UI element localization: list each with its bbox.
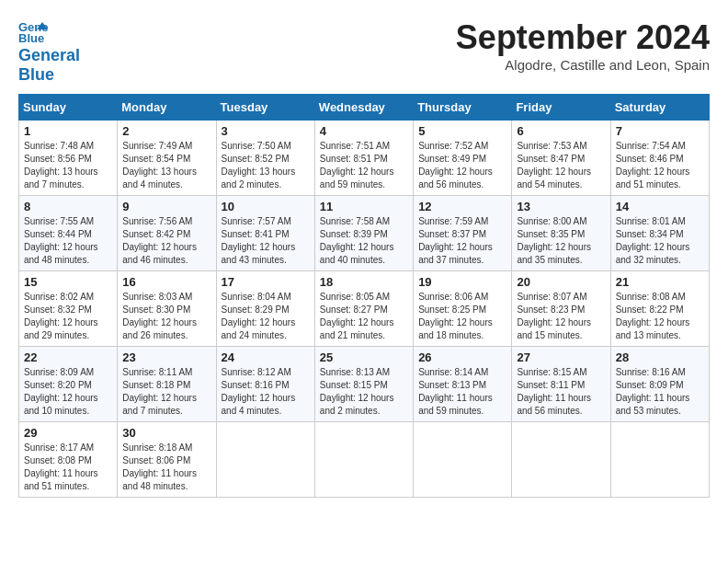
day-number: 21 — [616, 275, 704, 289]
calendar-cell: 23Sunrise: 8:11 AM Sunset: 8:18 PM Dayli… — [118, 347, 216, 422]
day-number: 16 — [122, 275, 210, 289]
day-number: 9 — [122, 200, 210, 213]
calendar-cell: 10Sunrise: 7:57 AM Sunset: 8:41 PM Dayli… — [216, 196, 314, 271]
day-info: Sunrise: 8:07 AM Sunset: 8:23 PM Dayligh… — [517, 291, 605, 342]
calendar-cell: 19Sunrise: 8:06 AM Sunset: 8:25 PM Dayli… — [414, 271, 512, 347]
day-number: 3 — [222, 124, 310, 138]
day-info: Sunrise: 7:55 AM Sunset: 8:44 PM Dayligh… — [24, 215, 112, 267]
calendar-week-4: 29Sunrise: 8:17 AM Sunset: 8:08 PM Dayli… — [19, 422, 710, 498]
day-number: 5 — [418, 124, 506, 138]
calendar-cell: 27Sunrise: 8:15 AM Sunset: 8:11 PM Dayli… — [512, 347, 610, 422]
logo-blue: Blue — [18, 65, 54, 84]
location-label: Algodre, Castille and Leon, Spain — [456, 57, 710, 73]
calendar-cell: 14Sunrise: 8:01 AM Sunset: 8:34 PM Dayli… — [610, 196, 709, 271]
calendar-body: 1Sunrise: 7:48 AM Sunset: 8:56 PM Daylig… — [19, 121, 710, 498]
day-number: 24 — [222, 350, 310, 364]
calendar-cell: 28Sunrise: 8:16 AM Sunset: 8:09 PM Dayli… — [610, 347, 709, 422]
calendar-cell: 24Sunrise: 8:12 AM Sunset: 8:16 PM Dayli… — [216, 347, 314, 422]
calendar-cell: 17Sunrise: 8:04 AM Sunset: 8:29 PM Dayli… — [216, 271, 314, 347]
calendar-cell: 25Sunrise: 8:13 AM Sunset: 8:15 PM Dayli… — [314, 347, 413, 422]
col-header-thursday: Thursday — [414, 95, 512, 121]
day-number: 23 — [122, 350, 210, 364]
calendar-table: SundayMondayTuesdayWednesdayThursdayFrid… — [18, 94, 710, 498]
calendar-cell: 3Sunrise: 7:50 AM Sunset: 8:52 PM Daylig… — [216, 121, 314, 196]
day-info: Sunrise: 7:59 AM Sunset: 8:37 PM Dayligh… — [418, 215, 506, 267]
calendar-cell: 12Sunrise: 7:59 AM Sunset: 8:37 PM Dayli… — [414, 196, 512, 271]
calendar-week-0: 1Sunrise: 7:48 AM Sunset: 8:56 PM Daylig… — [19, 121, 710, 196]
day-number: 22 — [24, 350, 112, 364]
day-number: 15 — [24, 275, 112, 289]
calendar-cell — [314, 422, 413, 498]
day-number: 2 — [122, 124, 210, 138]
day-info: Sunrise: 7:52 AM Sunset: 8:49 PM Dayligh… — [418, 140, 506, 191]
day-info: Sunrise: 8:18 AM Sunset: 8:06 PM Dayligh… — [122, 442, 210, 493]
calendar-cell: 18Sunrise: 8:05 AM Sunset: 8:27 PM Dayli… — [314, 271, 413, 347]
day-info: Sunrise: 8:00 AM Sunset: 8:35 PM Dayligh… — [517, 215, 605, 267]
svg-text:Blue: Blue — [18, 31, 44, 44]
day-number: 30 — [122, 426, 210, 440]
day-info: Sunrise: 8:04 AM Sunset: 8:29 PM Dayligh… — [222, 291, 310, 342]
day-number: 8 — [24, 200, 112, 213]
col-header-friday: Friday — [512, 95, 610, 121]
calendar-week-2: 15Sunrise: 8:02 AM Sunset: 8:32 PM Dayli… — [19, 271, 710, 347]
day-info: Sunrise: 7:53 AM Sunset: 8:47 PM Dayligh… — [517, 140, 605, 191]
calendar-week-3: 22Sunrise: 8:09 AM Sunset: 8:20 PM Dayli… — [19, 347, 710, 422]
calendar-cell: 5Sunrise: 7:52 AM Sunset: 8:49 PM Daylig… — [414, 121, 512, 196]
day-number: 10 — [222, 200, 310, 213]
day-number: 29 — [24, 426, 112, 440]
day-info: Sunrise: 7:50 AM Sunset: 8:52 PM Dayligh… — [222, 140, 310, 191]
day-number: 4 — [320, 124, 408, 138]
col-header-sunday: Sunday — [19, 95, 118, 121]
day-info: Sunrise: 8:17 AM Sunset: 8:08 PM Dayligh… — [24, 442, 112, 493]
day-info: Sunrise: 8:15 AM Sunset: 8:11 PM Dayligh… — [517, 366, 605, 418]
calendar-cell — [414, 422, 512, 498]
col-header-wednesday: Wednesday — [314, 95, 413, 121]
calendar-cell: 16Sunrise: 8:03 AM Sunset: 8:30 PM Dayli… — [118, 271, 216, 347]
title-section: September 2024 Algodre, Castille and Leo… — [456, 18, 710, 73]
col-header-saturday: Saturday — [610, 95, 709, 121]
day-number: 19 — [418, 275, 506, 289]
calendar-cell: 8Sunrise: 7:55 AM Sunset: 8:44 PM Daylig… — [19, 196, 118, 271]
day-info: Sunrise: 8:05 AM Sunset: 8:27 PM Dayligh… — [320, 291, 408, 342]
day-info: Sunrise: 8:01 AM Sunset: 8:34 PM Dayligh… — [616, 215, 704, 267]
day-info: Sunrise: 8:16 AM Sunset: 8:09 PM Dayligh… — [616, 366, 704, 418]
logo-general: General — [18, 46, 80, 64]
calendar-cell — [610, 422, 709, 498]
calendar-cell: 26Sunrise: 8:14 AM Sunset: 8:13 PM Dayli… — [414, 347, 512, 422]
day-info: Sunrise: 7:57 AM Sunset: 8:41 PM Dayligh… — [222, 215, 310, 267]
calendar-cell: 29Sunrise: 8:17 AM Sunset: 8:08 PM Dayli… — [19, 422, 118, 498]
calendar-cell: 4Sunrise: 7:51 AM Sunset: 8:51 PM Daylig… — [314, 121, 413, 196]
day-info: Sunrise: 7:49 AM Sunset: 8:54 PM Dayligh… — [122, 140, 210, 191]
day-info: Sunrise: 8:13 AM Sunset: 8:15 PM Dayligh… — [320, 366, 408, 418]
calendar-cell: 22Sunrise: 8:09 AM Sunset: 8:20 PM Dayli… — [19, 347, 118, 422]
calendar-cell: 15Sunrise: 8:02 AM Sunset: 8:32 PM Dayli… — [19, 271, 118, 347]
day-number: 12 — [418, 200, 506, 213]
day-info: Sunrise: 7:48 AM Sunset: 8:56 PM Dayligh… — [24, 140, 112, 191]
calendar-cell: 6Sunrise: 7:53 AM Sunset: 8:47 PM Daylig… — [512, 121, 610, 196]
day-number: 11 — [320, 200, 408, 213]
calendar-cell: 11Sunrise: 7:58 AM Sunset: 8:39 PM Dayli… — [314, 196, 413, 271]
calendar-week-1: 8Sunrise: 7:55 AM Sunset: 8:44 PM Daylig… — [19, 196, 710, 271]
day-number: 25 — [320, 350, 408, 364]
col-header-tuesday: Tuesday — [216, 95, 314, 121]
calendar-cell: 2Sunrise: 7:49 AM Sunset: 8:54 PM Daylig… — [118, 121, 216, 196]
day-info: Sunrise: 8:02 AM Sunset: 8:32 PM Dayligh… — [24, 291, 112, 342]
day-info: Sunrise: 7:58 AM Sunset: 8:39 PM Dayligh… — [320, 215, 408, 267]
day-info: Sunrise: 7:54 AM Sunset: 8:46 PM Dayligh… — [616, 140, 704, 191]
day-info: Sunrise: 8:12 AM Sunset: 8:16 PM Dayligh… — [222, 366, 310, 418]
day-number: 6 — [517, 124, 605, 138]
calendar-header-row: SundayMondayTuesdayWednesdayThursdayFrid… — [19, 95, 710, 121]
calendar-cell: 30Sunrise: 8:18 AM Sunset: 8:06 PM Dayli… — [118, 422, 216, 498]
day-number: 17 — [222, 275, 310, 289]
logo: General Blue General Blue — [18, 18, 80, 85]
calendar-cell — [216, 422, 314, 498]
day-number: 7 — [616, 124, 704, 138]
day-number: 26 — [418, 350, 506, 364]
day-number: 13 — [517, 200, 605, 213]
calendar-cell: 1Sunrise: 7:48 AM Sunset: 8:56 PM Daylig… — [19, 121, 118, 196]
calendar-cell — [512, 422, 610, 498]
col-header-monday: Monday — [118, 95, 216, 121]
day-info: Sunrise: 8:03 AM Sunset: 8:30 PM Dayligh… — [122, 291, 210, 342]
day-number: 14 — [616, 200, 704, 213]
page-header: General Blue General Blue September 2024… — [18, 18, 710, 85]
